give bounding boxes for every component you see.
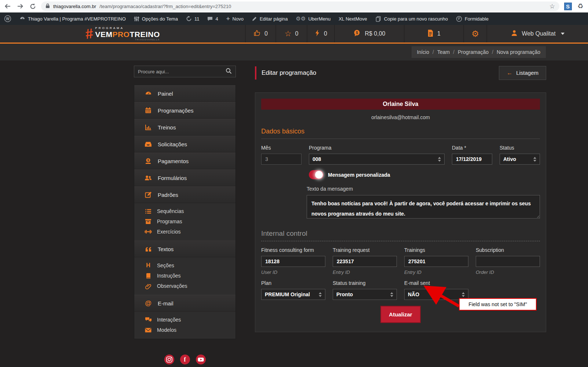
- sidebar-item-label: Solicitações: [158, 141, 187, 147]
- extension-recycle-icon[interactable]: ♻: [576, 2, 584, 10]
- listagem-button[interactable]: ← Listagem: [499, 66, 546, 80]
- sidebar-item-programas[interactable]: Programas: [134, 216, 235, 227]
- user-menu[interactable]: Web Qualitat: [486, 25, 588, 43]
- sidebar: Painel Programações Treinos Solicitações…: [134, 66, 236, 364]
- status-select[interactable]: Ativo: [500, 154, 540, 165]
- atualizar-button[interactable]: Atualizar: [380, 306, 420, 323]
- stars-stat[interactable]: ☆ 0: [275, 25, 307, 43]
- trainings-input[interactable]: [404, 256, 468, 267]
- breadcrumb-programacao[interactable]: Programação: [458, 49, 489, 55]
- status-training-select[interactable]: Pronto: [333, 289, 397, 300]
- browser-toolbar: thiagovarella.com.br/team/programacao/ca…: [0, 0, 588, 12]
- programa-label: Programa: [309, 145, 445, 151]
- sidebar-item-formularios[interactable]: Formulários: [134, 169, 235, 186]
- edit-page-item[interactable]: Editar página: [248, 12, 292, 25]
- star-icon: ☆: [285, 29, 292, 38]
- formidable-icon: [456, 16, 462, 22]
- chevron-down-icon: [561, 33, 565, 35]
- gauge-icon: [19, 16, 25, 22]
- address-bar[interactable]: thiagovarella.com.br/team/programacao/ca…: [41, 1, 559, 11]
- bookmark-star-icon[interactable]: ☆: [549, 3, 555, 10]
- stars-count: 0: [295, 30, 298, 37]
- breadcrumb-team[interactable]: Team: [437, 49, 450, 55]
- email-sent-label: E-mail sent: [404, 280, 468, 286]
- fitness-form-label: Fitness consulting form: [261, 247, 325, 253]
- sidebar-item-secoes[interactable]: H Seções: [134, 260, 235, 271]
- programa-value: 008: [313, 156, 321, 162]
- updates-item[interactable]: 11: [182, 12, 204, 25]
- sidebar-search[interactable]: [134, 66, 236, 77]
- extension-s-icon[interactable]: S: [564, 2, 572, 10]
- money-stat[interactable]: $ R$ 0,00: [334, 25, 404, 43]
- search-input[interactable]: [138, 69, 226, 74]
- site-menu-item[interactable]: Thiago Varella | Programa #VEMPROTREINO: [15, 12, 130, 25]
- at-icon: @: [145, 300, 152, 307]
- mes-label: Mês: [261, 145, 302, 151]
- sidebar-item-label: Exercícios: [157, 229, 181, 235]
- sidebar-item-textos[interactable]: Textos: [134, 241, 235, 257]
- wp-logo-icon[interactable]: W: [0, 12, 15, 25]
- inbox-icon: [145, 141, 152, 147]
- logo-pro: PRO: [112, 30, 129, 38]
- toggle-knob: [315, 171, 323, 179]
- internal-fields-row-2: Plan PREMIUM Original Status training Pr…: [261, 280, 540, 300]
- sidebar-item-programacoes[interactable]: Programações: [134, 102, 235, 119]
- sidebar-item-painel[interactable]: Painel: [134, 85, 235, 102]
- refresh-icon[interactable]: [29, 2, 37, 10]
- sidebar-item-instrucoes[interactable]: Instruções: [134, 271, 235, 281]
- ubermenu-label: UberMenu: [308, 16, 330, 22]
- forward-icon[interactable]: [16, 2, 24, 10]
- sidebar-item-sequencias[interactable]: Sequências: [134, 206, 235, 216]
- youtube-icon[interactable]: [196, 355, 206, 364]
- sidebar-item-interacoes[interactable]: Interações: [134, 315, 235, 325]
- subscription-input[interactable]: [476, 256, 540, 267]
- sidebar-item-modelos[interactable]: Modelos: [134, 325, 235, 335]
- texto-mensagem-field: Texto da mensagem Tenho boas notícias pa…: [307, 186, 540, 220]
- copy-draft-item[interactable]: Copie para um novo rascunho: [371, 12, 452, 25]
- new-item[interactable]: + Novo: [222, 12, 248, 25]
- user-name: Web Qualitat: [522, 30, 555, 37]
- updates-icon: [186, 16, 192, 22]
- settings-stat[interactable]: ⚙: [463, 25, 486, 43]
- sidebar-item-email[interactable]: @ E-mail: [134, 295, 235, 312]
- users-icon: [145, 175, 152, 181]
- plan-select[interactable]: PREMIUM Original: [261, 289, 325, 300]
- likes-stat[interactable]: 0: [245, 25, 275, 43]
- search-icon[interactable]: [226, 68, 232, 76]
- formidable-item[interactable]: Formidable: [452, 12, 493, 25]
- select-arrows-icon: [462, 292, 465, 297]
- fitness-form-input[interactable]: [261, 256, 325, 267]
- title-row: Editar programação ← Listagem: [255, 66, 546, 80]
- data-input[interactable]: [452, 154, 492, 165]
- comments-item[interactable]: 4: [203, 12, 222, 25]
- training-request-input[interactable]: [333, 256, 397, 267]
- sidebar-item-exercicios[interactable]: Exercícios: [134, 227, 235, 237]
- sidebar-item-treinos[interactable]: Treinos: [134, 119, 235, 136]
- sidebar-item-solicitacoes[interactable]: Solicitações: [134, 136, 235, 153]
- instagram-icon[interactable]: [164, 355, 174, 364]
- site-logo[interactable]: # PROGRAMA VEMPROTREINO THIAGOVARELLA: [0, 25, 245, 43]
- dumbbell-icon: [145, 229, 152, 234]
- header-stats: 0 ☆ 0 0 $ R$ 0,00 1 ⚙: [245, 25, 588, 43]
- plus-icon: +: [226, 15, 230, 22]
- theme-options-item[interactable]: Opções do Tema: [130, 12, 182, 25]
- subscription-field: Subscription Order ID: [476, 247, 540, 275]
- facebook-icon[interactable]: f: [180, 355, 190, 364]
- sidebar-item-label: Treinos: [158, 124, 176, 131]
- training-request-field: Training request Entry ID: [333, 247, 397, 275]
- mensagem-toggle[interactable]: [309, 170, 324, 179]
- email-sent-field: E-mail sent NÃO: [404, 280, 468, 300]
- xl-nextmove-item[interactable]: XL NextMove: [335, 12, 371, 25]
- texto-mensagem-label: Texto da mensagem: [307, 186, 540, 192]
- ubermenu-item[interactable]: ⚙⚙ UberMenu: [292, 12, 335, 25]
- back-icon[interactable]: [4, 2, 12, 10]
- programa-field: Programa 008: [309, 145, 445, 165]
- breadcrumb-home[interactable]: Início: [417, 49, 429, 55]
- docs-stat[interactable]: 1: [404, 25, 463, 43]
- sidebar-item-padroes[interactable]: Padrões: [134, 186, 235, 203]
- texto-mensagem-textarea[interactable]: Tenho boas notícias para você! À partir …: [307, 195, 540, 219]
- programa-select[interactable]: 008: [309, 154, 445, 165]
- bolts-stat[interactable]: 0: [307, 25, 334, 43]
- sidebar-item-observacoes[interactable]: Observações: [134, 281, 235, 291]
- sidebar-item-pagamentos[interactable]: $ Pagamentos: [134, 153, 235, 169]
